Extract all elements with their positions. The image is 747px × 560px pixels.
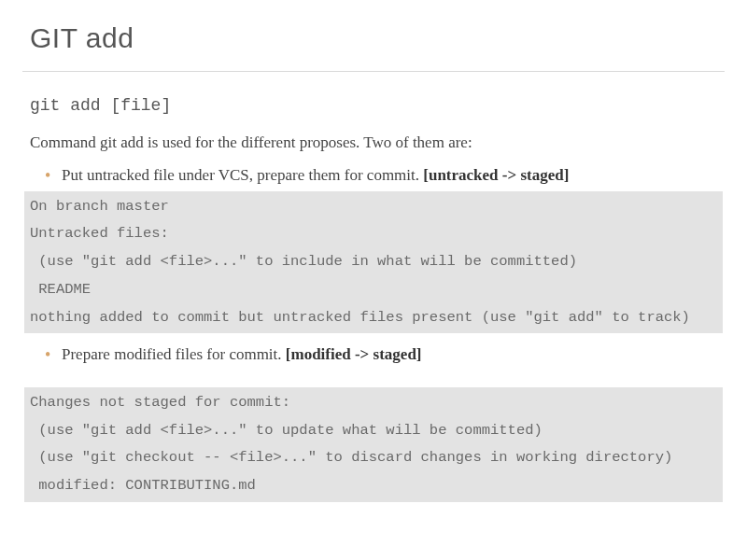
list-item-strong: [modified -> staged] — [286, 345, 422, 363]
command-line: git add [file] — [30, 96, 717, 115]
code-block: Changes not staged for commit: (use "git… — [24, 387, 723, 502]
page-title: GIT add — [30, 22, 717, 54]
intro-text: Command git add is used for the differen… — [30, 133, 717, 152]
list-item-strong: [untracked -> staged] — [423, 166, 569, 184]
slide-content: GIT add git add [file] Command git add i… — [0, 0, 747, 502]
bullet-list: Prepare modified files for commit. [modi… — [30, 343, 717, 367]
code-block: On branch master Untracked files: (use "… — [24, 191, 723, 334]
list-item: Prepare modified files for commit. [modi… — [45, 343, 717, 367]
bullet-list: Put untracked file under VCS, prepare th… — [30, 163, 717, 188]
spacer — [30, 371, 717, 387]
list-item-text: Put untracked file under VCS, prepare th… — [62, 166, 423, 184]
list-item-text: Prepare modified files for commit. — [62, 345, 286, 363]
list-item: Put untracked file under VCS, prepare th… — [45, 163, 717, 188]
divider — [22, 71, 725, 72]
